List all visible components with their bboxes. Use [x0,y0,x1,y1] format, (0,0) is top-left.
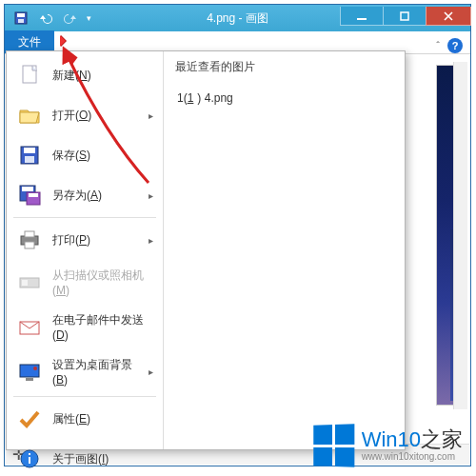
menu-label: 设置为桌面背景(B) [52,357,139,387]
minimize-button[interactable] [340,7,384,26]
svg-rect-8 [25,156,34,163]
vertical-scrollbar[interactable] [453,62,467,409]
submenu-arrow-icon: ▸ [149,190,153,201]
svg-rect-10 [22,187,33,191]
svg-rect-17 [22,280,28,286]
open-folder-icon [16,103,43,128]
menu-send-email[interactable]: 在电子邮件中发送(D) [10,305,160,349]
titlebar: ▾ 4.png - 画图 [5,5,470,31]
svg-rect-4 [401,12,408,20]
svg-rect-25 [29,453,30,455]
watermark-brand: Win10之家 [362,429,463,450]
maximize-button[interactable] [383,7,426,26]
check-icon [16,407,43,431]
menu-separator [13,396,156,397]
submenu-arrow-icon: ▸ [149,367,153,377]
menu-set-wallpaper[interactable]: 设置为桌面背景(B) ▸ [10,349,160,394]
menu-separator [13,217,156,218]
recent-files-title: 最近查看的图片 [175,59,393,75]
menu-label: 关于画图(I) [52,451,109,467]
svg-rect-1 [17,13,25,17]
undo-icon[interactable] [35,8,56,29]
menu-about[interactable]: 关于画图(I) [10,439,160,476]
qat-dropdown-icon[interactable]: ▾ [87,13,91,23]
scanner-icon [16,270,43,295]
menu-print[interactable]: 打印(P) ▸ [10,220,160,260]
desktop-icon [16,360,43,385]
help-icon[interactable]: ? [447,38,463,53]
menu-save[interactable]: 保存(S) [10,135,160,175]
svg-rect-3 [357,18,367,20]
printer-icon [16,228,43,252]
svg-point-22 [33,367,37,370]
menu-properties[interactable]: 属性(E) [10,399,160,439]
minimize-ribbon-icon[interactable]: ˆ [436,40,440,51]
svg-rect-12 [29,193,38,197]
svg-rect-15 [25,242,34,248]
svg-rect-19 [20,365,39,377]
submenu-arrow-icon: ▸ [149,235,153,246]
window-controls [340,10,470,26]
info-icon [16,446,43,471]
menu-label: 打印(P) [52,232,90,248]
close-button[interactable] [426,7,471,26]
submenu-arrow-icon: ▸ [149,110,153,121]
redo-icon[interactable] [60,8,81,29]
save-qat-icon[interactable] [10,8,31,29]
svg-rect-2 [18,19,24,23]
save-as-icon [16,183,43,208]
svg-rect-24 [29,457,30,464]
menu-label: 属性(E) [52,411,90,427]
menu-label: 在电子邮件中发送(D) [52,312,153,342]
menu-label: 打开(O) [52,108,91,124]
watermark-url: www.win10xitong.com [362,452,463,462]
svg-rect-14 [25,231,34,237]
watermark: Win10之家 www.win10xitong.com [312,425,463,466]
file-menu-dropdown: 新建(N) 打开(O) ▸ 保存(S) 另存为(A) ▸ 打印(P) ▸ 从扫描… [6,50,406,450]
windows-logo-icon [313,424,354,467]
menu-label: 新建(N) [52,68,91,84]
quick-access-toolbar: ▾ [5,8,91,29]
menu-save-as[interactable]: 另存为(A) ▸ [10,175,160,215]
new-file-icon [16,63,43,88]
svg-rect-21 [26,378,33,381]
email-icon [16,315,43,340]
recent-file-item[interactable]: 1(1) 4.png [175,89,393,108]
menu-label: 从扫描仪或照相机(M) [52,268,153,297]
menu-from-scanner: 从扫描仪或照相机(M) [10,260,160,305]
save-icon [16,143,43,168]
svg-rect-7 [24,148,35,153]
menu-label: 另存为(A) [52,188,102,204]
menu-open[interactable]: 打开(O) ▸ [10,95,160,135]
file-menu-list: 新建(N) 打开(O) ▸ 保存(S) 另存为(A) ▸ 打印(P) ▸ 从扫描… [7,51,164,449]
recent-files-panel: 最近查看的图片 1(1) 4.png [164,51,405,449]
menu-new[interactable]: 新建(N) [10,55,160,95]
menu-label: 保存(S) [52,148,90,164]
